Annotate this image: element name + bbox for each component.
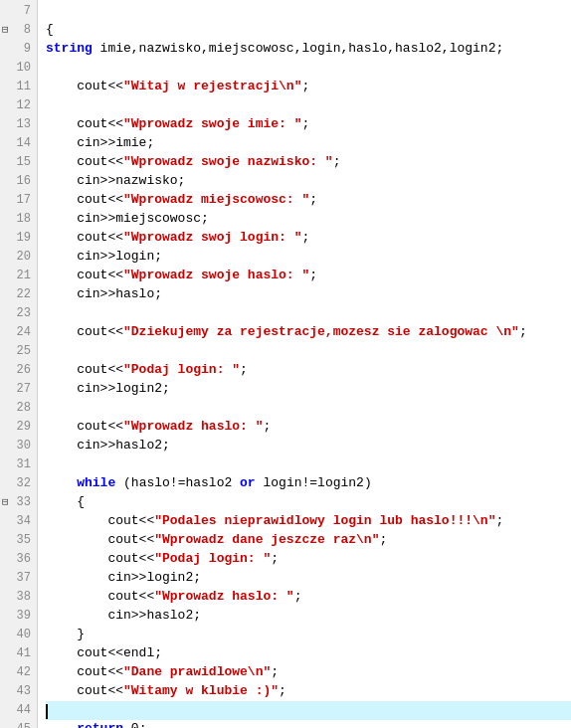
ln-10: 10 xyxy=(17,60,31,77)
code-line-35: cout<<"Wprowadz dane jeszcze raz\n"; xyxy=(46,531,571,550)
ln-17: 17 xyxy=(17,192,31,209)
ln-20: 20 xyxy=(17,249,31,266)
line-numbers: 7 ⊟ 8 9 10 11 12 13 14 15 16 17 18 19 20… xyxy=(0,0,38,728)
ln-26: 26 xyxy=(17,362,31,379)
code-line-41: cout<<endl; xyxy=(46,644,571,663)
code-line-24: cout<<"Dziekujemy za rejestracje,mozesz … xyxy=(46,323,571,342)
ln-9: 9 xyxy=(24,41,31,58)
code-line-32: while (haslo!=haslo2 or login!=login2) xyxy=(46,474,571,493)
code-line-30: cin>>haslo2; xyxy=(46,437,571,455)
code-line-43: cout<<"Witamy w klubie :)"; xyxy=(46,682,571,701)
ln-24: 24 xyxy=(17,324,31,341)
ln-43: 43 xyxy=(17,683,31,700)
ln-42: 42 xyxy=(17,664,31,681)
code-line-33: { xyxy=(46,493,571,512)
code-line-25 xyxy=(46,342,571,361)
ln-12: 12 xyxy=(17,97,31,114)
ln-7: 7 xyxy=(24,3,31,20)
code-line-7 xyxy=(46,2,571,21)
code-line-29: cout<<"Wprowadz haslo: "; xyxy=(46,418,571,437)
code-line-19: cout<<"Wprowadz swoj login: "; xyxy=(46,229,571,248)
ln-33: 33 xyxy=(17,494,31,511)
ln-45: 45 xyxy=(17,721,31,728)
code-line-36: cout<<"Podaj login: "; xyxy=(46,550,571,569)
code-line-10 xyxy=(46,59,571,78)
code-editor[interactable]: 7 ⊟ 8 9 10 11 12 13 14 15 16 17 18 19 20… xyxy=(0,0,571,728)
ln-31: 31 xyxy=(17,456,31,473)
ln-25: 25 xyxy=(17,343,31,360)
code-line-37: cin>>login2; xyxy=(46,569,571,588)
code-line-42: cout<<"Dane prawidlowe\n"; xyxy=(46,663,571,682)
ln-34: 34 xyxy=(17,513,31,530)
code-line-31 xyxy=(46,455,571,474)
ln-37: 37 xyxy=(17,570,31,587)
ln-22: 22 xyxy=(17,286,31,303)
ln-19: 19 xyxy=(17,230,31,247)
ln-32: 32 xyxy=(17,475,31,492)
code-line-8: { xyxy=(46,21,571,40)
ln-27: 27 xyxy=(17,381,31,398)
ln-44: 44 xyxy=(17,702,31,719)
ln-36: 36 xyxy=(17,551,31,568)
code-line-23 xyxy=(46,304,571,323)
code-line-34: cout<<"Podales nieprawidlowy login lub h… xyxy=(46,512,571,531)
code-line-20: cin>>login; xyxy=(46,248,571,267)
ln-14: 14 xyxy=(17,135,31,152)
code-line-17: cout<<"Wprowadz miejscowosc: "; xyxy=(46,191,571,210)
fold-icon-8[interactable]: ⊟ xyxy=(2,23,9,39)
ln-40: 40 xyxy=(17,627,31,643)
code-line-26: cout<<"Podaj login: "; xyxy=(46,361,571,380)
ln-18: 18 xyxy=(17,211,31,228)
ln-38: 38 xyxy=(17,589,31,606)
fold-icon-33[interactable]: ⊟ xyxy=(2,495,9,511)
code-line-13: cout<<"Wprowadz swoje imie: "; xyxy=(46,115,571,134)
code-line-11: cout<<"Witaj w rejestracji\n"; xyxy=(46,78,571,96)
code-line-18: cin>>miejscowosc; xyxy=(46,210,571,229)
ln-13: 13 xyxy=(17,116,31,133)
ln-16: 16 xyxy=(17,173,31,190)
code-line-28 xyxy=(46,399,571,418)
code-line-40: } xyxy=(46,626,571,644)
ln-21: 21 xyxy=(17,268,31,284)
code-line-38: cout<<"Wprowadz haslo: "; xyxy=(46,588,571,607)
code-line-15: cout<<"Wprowadz swoje nazwisko: "; xyxy=(46,153,571,172)
code-line-12 xyxy=(46,96,571,115)
ln-28: 28 xyxy=(17,400,31,417)
code-line-21: cout<<"Wprowadz swoje haslo: "; xyxy=(46,267,571,285)
code-line-44 xyxy=(46,701,571,720)
ln-41: 41 xyxy=(17,645,31,662)
code-line-39: cin>>haslo2; xyxy=(46,607,571,626)
ln-15: 15 xyxy=(17,154,31,171)
code-line-45: return 0; xyxy=(46,720,571,728)
ln-11: 11 xyxy=(17,79,31,95)
ln-8: 8 xyxy=(24,22,31,39)
code-line-22: cin>>haslo; xyxy=(46,285,571,304)
code-line-16: cin>>nazwisko; xyxy=(46,172,571,191)
ln-29: 29 xyxy=(17,419,31,436)
code-line-14: cin>>imie; xyxy=(46,134,571,153)
ln-39: 39 xyxy=(17,608,31,625)
code-content[interactable]: { string imie,nazwisko,miejscowosc,login… xyxy=(38,0,571,728)
code-line-9: string imie,nazwisko,miejscowosc,login,h… xyxy=(46,40,571,59)
ln-23: 23 xyxy=(17,305,31,322)
text-cursor xyxy=(46,704,48,719)
ln-35: 35 xyxy=(17,532,31,549)
code-line-27: cin>>login2; xyxy=(46,380,571,399)
ln-30: 30 xyxy=(17,438,31,455)
